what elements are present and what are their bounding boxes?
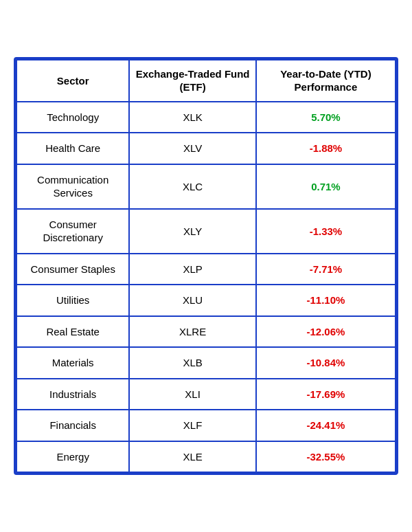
etf-cell: XLE <box>129 441 255 473</box>
sector-cell: Materials <box>16 347 129 379</box>
header-etf: Exchange-Traded Fund (ETF) <box>129 60 255 102</box>
sector-cell: Utilities <box>16 285 129 316</box>
table-row: IndustrialsXLI-17.69% <box>16 379 396 410</box>
etf-cell: XLB <box>129 347 255 379</box>
sector-cell: Consumer Staples <box>16 254 129 285</box>
performance-cell: -7.71% <box>256 254 396 285</box>
sector-cell: Energy <box>16 441 129 473</box>
table-row: EnergyXLE-32.55% <box>16 441 396 473</box>
performance-cell: -32.55% <box>256 441 396 473</box>
sector-cell: Technology <box>16 102 129 133</box>
performance-cell: -12.06% <box>256 316 396 348</box>
sector-cell: Communication Services <box>16 164 129 209</box>
etf-cell: XLV <box>129 133 255 164</box>
etf-cell: XLI <box>129 379 255 410</box>
etf-cell: XLC <box>129 164 255 209</box>
table-row: UtilitiesXLU-11.10% <box>16 285 396 316</box>
performance-cell: 5.70% <box>256 102 396 133</box>
etf-cell: XLY <box>129 209 255 254</box>
performance-cell: -11.10% <box>256 285 396 316</box>
sector-cell: Real Estate <box>16 316 129 348</box>
performance-cell: -1.88% <box>256 133 396 164</box>
sector-cell: Consumer Discretionary <box>16 209 129 254</box>
sector-cell: Financials <box>16 410 129 441</box>
sector-cell: Health Care <box>16 133 129 164</box>
table-header-row: Sector Exchange-Traded Fund (ETF) Year-t… <box>16 60 396 102</box>
etf-cell: XLF <box>129 410 255 441</box>
table-row: Consumer StaplesXLP-7.71% <box>16 254 396 285</box>
table-row: Consumer DiscretionaryXLY-1.33% <box>16 209 396 254</box>
header-sector: Sector <box>16 60 129 102</box>
table-row: FinancialsXLF-24.41% <box>16 410 396 441</box>
table-row: Communication ServicesXLC0.71% <box>16 164 396 209</box>
performance-cell: -10.84% <box>256 347 396 379</box>
table-row: Health CareXLV-1.88% <box>16 133 396 164</box>
etf-cell: XLP <box>129 254 255 285</box>
etf-cell: XLRE <box>129 316 255 348</box>
performance-cell: -1.33% <box>256 209 396 254</box>
sector-cell: Industrials <box>16 379 129 410</box>
performance-cell: -17.69% <box>256 379 396 410</box>
header-performance: Year-to-Date (YTD) Performance <box>256 60 396 102</box>
performance-cell: -24.41% <box>256 410 396 441</box>
etf-performance-table: Sector Exchange-Traded Fund (ETF) Year-t… <box>14 57 398 476</box>
performance-cell: 0.71% <box>256 164 396 209</box>
etf-cell: XLU <box>129 285 255 316</box>
table-row: TechnologyXLK5.70% <box>16 102 396 133</box>
table-row: Real EstateXLRE-12.06% <box>16 316 396 348</box>
etf-cell: XLK <box>129 102 255 133</box>
table-row: MaterialsXLB-10.84% <box>16 347 396 379</box>
